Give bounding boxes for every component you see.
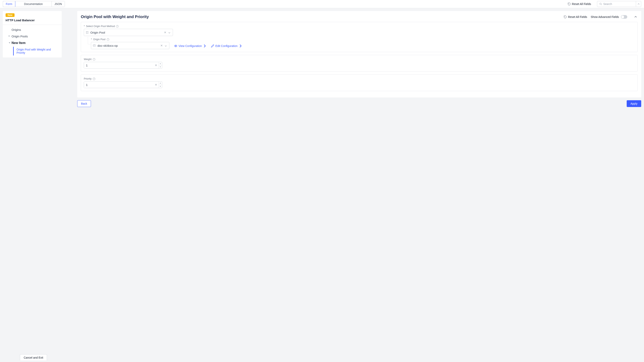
svg-point-3 — [86, 33, 87, 34]
clear-icon[interactable]: ✕ — [159, 44, 164, 47]
edit-configuration-link[interactable]: Edit Configuration — [211, 44, 242, 49]
select-origin-pool[interactable]: doc-vk/docs-op ✕ — [91, 42, 169, 49]
stepper-down[interactable]: ▼ — [158, 85, 162, 88]
search-icon — [599, 2, 602, 5]
sidebar: New HTTP Load Balancer Origins Origin Po… — [3, 11, 62, 57]
search-input[interactable] — [603, 2, 634, 5]
tab-documentation[interactable]: Documentation — [15, 1, 52, 7]
dropdown-caret-icon[interactable] — [164, 44, 168, 47]
pool-method-icon — [86, 31, 89, 34]
tab-json[interactable]: JSON — [52, 1, 65, 7]
chevron-right-icon — [239, 44, 242, 47]
svg-point-6 — [175, 45, 176, 46]
label-weight: Weight ? — [84, 58, 635, 61]
info-icon[interactable]: ? — [93, 58, 95, 61]
label-origin-pool: * Origin Pool ? — [91, 38, 635, 41]
svg-point-0 — [600, 3, 601, 4]
stepper-up[interactable]: ▲ — [158, 81, 162, 85]
topbar: Form Documentation JSON Reset All Fields — [0, 0, 644, 8]
search-result-nav[interactable] — [636, 1, 641, 7]
weight-input[interactable] — [84, 62, 154, 68]
info-icon[interactable]: ? — [107, 38, 109, 41]
weight-input-wrap: ✕ ▲ ▼ — [84, 62, 162, 69]
main-content: Origin Pool with Weight and Priority Res… — [64, 8, 644, 362]
advanced-label: Show Advanced Fields — [591, 15, 619, 18]
reset-icon — [564, 15, 567, 18]
nested-origin-pool: * Origin Pool ? doc-vk/docs-op ✕ — [91, 38, 635, 49]
svg-point-1 — [86, 31, 87, 32]
tab-form[interactable]: Form — [3, 1, 15, 7]
caret-icon — [9, 35, 10, 37]
tree-item-origins[interactable]: Origins — [6, 26, 62, 33]
reset-label: Reset All Fields — [568, 15, 587, 18]
dropdown-caret-icon[interactable] — [168, 31, 171, 34]
search-container — [597, 1, 641, 7]
info-icon[interactable]: ? — [93, 77, 95, 80]
chevron-right-icon — [203, 44, 206, 47]
reset-all-fields-top[interactable]: Reset All Fields — [568, 2, 591, 5]
view-configuration-link[interactable]: View Configuration — [174, 44, 206, 49]
reset-icon — [568, 2, 571, 5]
svg-point-4 — [88, 33, 88, 34]
tree-item-new-item[interactable]: New Item — [6, 39, 62, 46]
panel-header: Origin Pool with Weight and Priority Res… — [81, 14, 638, 19]
tree-item-origin-pool-weight-priority[interactable]: Origin Pool with Weight and Priority — [13, 47, 62, 55]
section-weight: Weight ? ✕ ▲ ▼ — [81, 55, 638, 72]
label-select-method: * Select Origin Pool Method ? — [84, 25, 635, 28]
sidebar-header: New HTTP Load Balancer — [3, 11, 62, 25]
section-priority: Priority ? ✕ ▲ ▼ — [81, 74, 638, 91]
resource-icon — [93, 44, 96, 47]
clear-icon[interactable]: ✕ — [163, 31, 168, 34]
collapse-panel-button[interactable] — [634, 15, 638, 19]
select-value: Origin Pool — [90, 31, 163, 34]
select-value: doc-vk/docs-op — [98, 44, 159, 47]
toggle-switch[interactable] — [621, 15, 627, 19]
svg-point-2 — [88, 31, 88, 32]
svg-rect-5 — [93, 44, 96, 46]
back-button[interactable]: Back — [77, 100, 91, 107]
stepper-up[interactable]: ▲ — [158, 62, 162, 65]
apply-button[interactable]: Apply — [627, 100, 641, 107]
nav-tree: Origins Origin Pools New Item Origin Poo… — [3, 25, 62, 55]
reset-all-fields-panel[interactable]: Reset All Fields — [564, 15, 587, 18]
view-tabs: Form Documentation JSON — [3, 1, 65, 7]
info-icon[interactable]: ? — [116, 25, 118, 28]
section-origin-pool-method: * Select Origin Pool Method ? Origin Poo… — [81, 22, 638, 52]
caret-down-icon — [9, 42, 10, 43]
cancel-and-exit-button[interactable]: Cancel and Exit — [20, 354, 47, 361]
form-panel: Origin Pool with Weight and Priority Res… — [77, 11, 641, 97]
priority-input[interactable] — [84, 81, 154, 88]
tree-item-origin-pools[interactable]: Origin Pools — [6, 33, 62, 39]
tree-connector — [88, 37, 90, 44]
panel-title: Origin Pool with Weight and Priority — [81, 14, 149, 19]
footer-actions: Back Apply — [77, 100, 641, 107]
link-label: View Configuration — [178, 44, 202, 47]
sidebar-title: HTTP Load Balancer — [6, 18, 59, 22]
pencil-icon — [211, 44, 214, 47]
eye-icon — [174, 44, 177, 47]
priority-input-wrap: ✕ ▲ ▼ — [84, 81, 162, 88]
new-badge: New — [6, 13, 14, 17]
show-advanced-toggle[interactable]: Show Advanced Fields — [591, 15, 627, 19]
clear-icon[interactable]: ✕ — [154, 81, 158, 88]
stepper-down[interactable]: ▼ — [158, 65, 162, 69]
label-priority: Priority ? — [84, 77, 635, 80]
clear-icon[interactable]: ✕ — [154, 62, 158, 68]
link-label: Edit Configuration — [215, 44, 238, 47]
reset-label: Reset All Fields — [572, 2, 591, 5]
select-origin-pool-method[interactable]: Origin Pool ✕ — [84, 29, 173, 36]
